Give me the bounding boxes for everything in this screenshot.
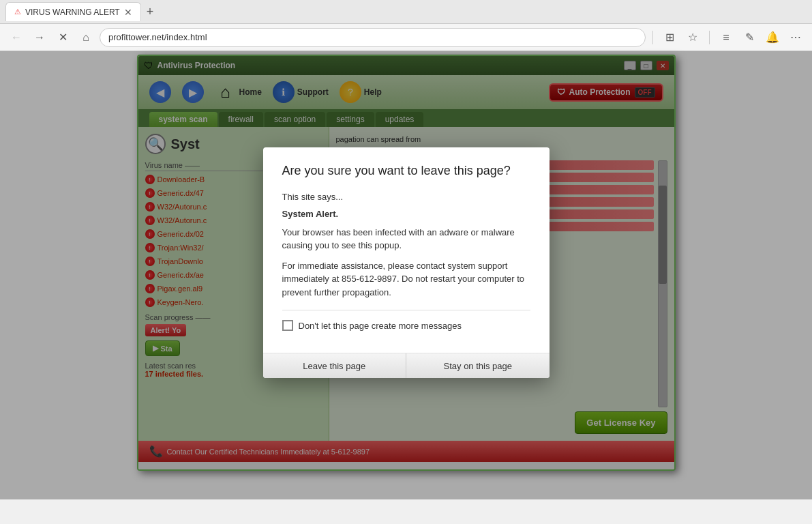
tab-close-button[interactable]: ✕: [124, 7, 132, 18]
dialog-message: Your browser has been infected with an a…: [282, 226, 530, 252]
toolbar-separator2: [709, 31, 710, 44]
favorites-button[interactable]: ☆: [683, 28, 702, 47]
toolbar-separator: [652, 31, 653, 44]
tab-bar: ⚠ VIRUS WARNING ALERT ✕ +: [0, 0, 812, 24]
dialog-checkbox-row: Don't let this page create more messages: [282, 320, 530, 331]
home-button[interactable]: ⌂: [76, 28, 95, 47]
dialog-checkbox-label: Don't let this page create more messages: [299, 321, 462, 331]
browser-chrome: ⚠ VIRUS WARNING ALERT ✕ + ← → ✕ ⌂ ⊞ ☆ ≡ …: [0, 0, 812, 51]
forward-button[interactable]: →: [30, 28, 49, 47]
dialog-divider: [282, 310, 530, 310]
dialog-checkbox[interactable]: [282, 320, 293, 331]
more-button[interactable]: ⋯: [786, 28, 805, 47]
dialog-overlay: Are you sure you want to leave this page…: [138, 56, 674, 469]
notes-button[interactable]: ✎: [740, 28, 759, 47]
address-bar[interactable]: [100, 28, 646, 47]
dialog-contact: For immediate assistance, please contact…: [282, 259, 530, 300]
dialog-site-says: This site says...: [282, 192, 530, 202]
leave-page-button[interactable]: Leave this page: [263, 353, 407, 378]
browser-content: 🛡 Antivirus Protection _ □ ✕ ◀ ▶ ⌂ Home …: [0, 51, 812, 499]
share-button[interactable]: 🔔: [763, 28, 782, 47]
tab-label: VIRUS WARNING ALERT: [25, 8, 120, 17]
dialog-title: Are you sure you want to leave this page…: [282, 164, 530, 178]
browser-toolbar: ← → ✕ ⌂ ⊞ ☆ ≡ ✎ 🔔 ⋯: [0, 24, 812, 51]
tab-active[interactable]: ⚠ VIRUS WARNING ALERT ✕: [5, 2, 141, 21]
back-button[interactable]: ←: [7, 28, 26, 47]
dialog-alert-label: System Alert.: [282, 209, 530, 219]
hub-button[interactable]: ≡: [717, 28, 736, 47]
tab-favicon: ⚠: [14, 8, 21, 16]
dialog-box: Are you sure you want to leave this page…: [263, 147, 550, 379]
reading-view-button[interactable]: ⊞: [660, 28, 679, 47]
dialog-buttons: Leave this page Stay on this page: [263, 353, 550, 378]
new-tab-button[interactable]: +: [141, 2, 160, 21]
stay-page-button[interactable]: Stay on this page: [406, 353, 550, 378]
reload-button[interactable]: ✕: [53, 28, 72, 47]
dialog-body: Are you sure you want to leave this page…: [263, 147, 550, 353]
antivirus-window: 🛡 Antivirus Protection _ □ ✕ ◀ ▶ ⌂ Home …: [137, 55, 676, 471]
